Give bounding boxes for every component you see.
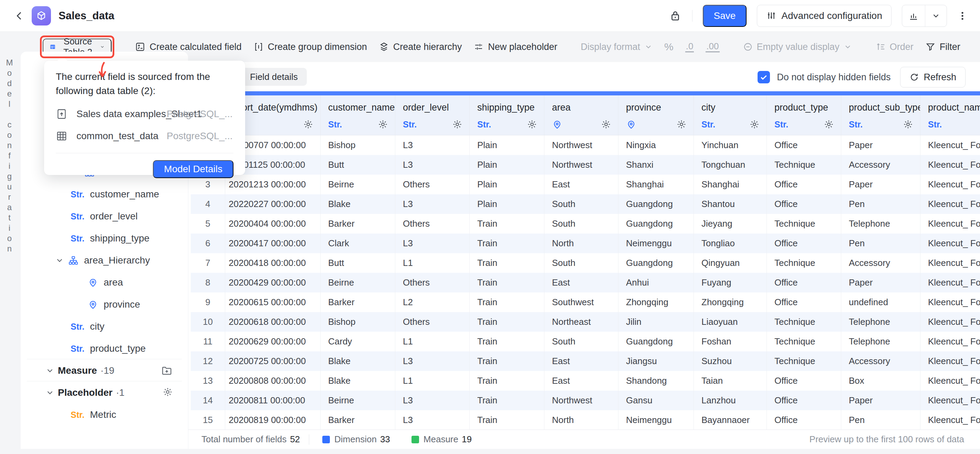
filter-button[interactable]: Filter [925, 42, 960, 53]
column-header-order_level[interactable]: order_levelStr. [395, 96, 470, 135]
chevron-down-icon[interactable] [45, 366, 54, 375]
row-index: 13 [191, 371, 225, 390]
source-table-list-item[interactable]: common_test_dataPostgreSQL_... [56, 128, 234, 144]
decrease-decimal-button[interactable]: .0 [685, 42, 694, 53]
column-header-product_name[interactable]: product_nameStr. [920, 96, 980, 135]
cell: Others [395, 214, 470, 234]
cell: L3 [395, 351, 470, 371]
cell: Telephone [841, 332, 920, 351]
cell: Barker [321, 214, 395, 234]
sidebar-item-area_Hierarchy[interactable]: area_Hierarchy [21, 249, 188, 271]
more-menu-kebab-icon[interactable] [957, 11, 967, 21]
percent-format-button[interactable]: % [664, 41, 673, 53]
cell: Kleencut_ For [920, 390, 980, 410]
sidebar-item-area[interactable]: area [21, 271, 188, 293]
cell: Kleencut_ For [920, 234, 980, 253]
column-header-customer_name[interactable]: customer_nameStr. [321, 96, 395, 135]
sidebar-item-city[interactable]: Str.city [21, 315, 188, 338]
order-button[interactable]: Order [875, 42, 913, 53]
cell: Kleencut_ For [920, 312, 980, 332]
new-placeholder-button[interactable]: New placeholder [474, 42, 557, 53]
chevron-left-icon [13, 10, 25, 22]
cell: 20200819 00:00:00 [225, 410, 321, 430]
sidebar-item-product_type[interactable]: Str.product_type [21, 338, 188, 360]
cell: 20200725 00:00:00 [225, 351, 321, 371]
measure-legend: Measure 19 [412, 434, 472, 445]
sidebar-item-Metric[interactable]: Str.Metric [21, 404, 188, 426]
cell: 20200429 00:00:00 [225, 273, 321, 292]
gear-icon[interactable] [903, 119, 913, 129]
gear-icon[interactable] [601, 119, 611, 129]
row-index: 15 [191, 410, 225, 430]
chevron-down-icon [100, 43, 105, 51]
gear-icon[interactable] [452, 119, 463, 129]
gear-icon[interactable] [824, 119, 834, 129]
column-header-province[interactable]: province [619, 96, 694, 135]
lock-icon[interactable] [669, 9, 682, 22]
advanced-configuration-button[interactable]: Advanced configuration [757, 5, 891, 27]
gear-icon[interactable] [162, 387, 173, 397]
create-hierarchy-button[interactable]: Create hierarchy [379, 42, 462, 53]
model-details-button[interactable]: Model Details [153, 160, 234, 178]
column-header-product_type[interactable]: product_typeStr. [767, 96, 841, 135]
create-calculated-field-button[interactable]: Create calculated field [135, 42, 241, 53]
cell: Kleencut_ For [920, 194, 980, 214]
sidebar-section-measure[interactable]: Measure·19 [21, 360, 188, 382]
column-header-area[interactable]: area [544, 96, 619, 135]
cell: Bishop [321, 135, 395, 155]
cell: Liaoyuan [694, 312, 767, 332]
sidebar-item-customer_name[interactable]: Str.customer_name [21, 183, 188, 205]
total-fields-label: Total number of fields [202, 434, 286, 445]
display-format-dropdown[interactable]: Display format [581, 42, 652, 53]
cell: Northwest [544, 155, 619, 175]
cell: Butt [321, 155, 395, 175]
gear-icon[interactable] [676, 119, 687, 129]
sidebar-item-shipping_type[interactable]: Str.shipping_type [21, 227, 188, 249]
back-button[interactable] [12, 8, 27, 24]
data-preview-table: report_date(ymdhms)customer_nameStr.orde… [191, 91, 980, 430]
cell: Blake [321, 371, 395, 390]
increase-decimal-button[interactable]: .00 [706, 42, 719, 53]
dimension-legend-swatch [322, 436, 330, 443]
type-badge-string: Str. [71, 190, 84, 199]
cell: 20201213 00:00:00 [225, 175, 321, 194]
cell: Paper [841, 273, 920, 292]
sidebar-section-placeholder[interactable]: Placeholder·1 [21, 382, 188, 404]
chevron-down-icon[interactable] [925, 5, 947, 27]
chevron-down-icon[interactable] [45, 388, 54, 397]
group-dimension-icon [253, 42, 264, 52]
source-table-list-item[interactable]: Sales data examples_Sheet1PostgreSQL_... [56, 106, 234, 122]
chevron-down-icon[interactable] [55, 256, 64, 265]
create-group-dimension-button[interactable]: Create group dimension [253, 42, 367, 53]
sidebar-item-province[interactable]: province [21, 293, 188, 315]
annotation-red-arrow [96, 61, 110, 79]
empty-value-display-dropdown[interactable]: Empty value display [743, 42, 852, 53]
sidebar-item-order_level[interactable]: Str.order_level [21, 205, 188, 227]
table-row: 320201213 00:00:00BeirneOthersPlainEastS… [191, 175, 980, 194]
save-button[interactable]: Save [703, 5, 747, 27]
column-header-product_sub_type[interactable]: product_sub_typeStr. [841, 96, 920, 135]
tab-field-details[interactable]: Field details [241, 68, 307, 86]
hidden-fields-checkbox-label[interactable]: Do not display hidden fields [777, 72, 891, 83]
hidden-fields-checkbox[interactable] [757, 71, 770, 83]
cell: Kleencut_ For [920, 135, 980, 155]
gear-icon[interactable] [527, 119, 537, 129]
add-folder-icon[interactable] [161, 365, 173, 376]
gear-icon[interactable] [303, 119, 313, 129]
section-count: ·1 [116, 387, 125, 398]
cell: L3 [395, 155, 470, 175]
refresh-button[interactable]: Refresh [900, 67, 966, 88]
cell: Office [767, 194, 841, 214]
cell: Zhongqing [694, 292, 767, 312]
gear-icon[interactable] [749, 119, 760, 129]
column-header-city[interactable]: cityStr. [694, 96, 767, 135]
visualize-split-button[interactable] [902, 5, 947, 27]
cell: L3 [395, 135, 470, 155]
cell: 20220227 00:00:00 [225, 194, 321, 214]
type-badge-string: Str. [71, 212, 84, 221]
gear-icon[interactable] [378, 119, 388, 129]
table-row: 1220200725 00:00:00BlakeL3TrainEastJiang… [191, 351, 980, 371]
bar-chart-icon[interactable] [902, 5, 925, 27]
cell: Train [470, 273, 544, 292]
column-header-shipping_type[interactable]: shipping_typeStr. [470, 96, 544, 135]
